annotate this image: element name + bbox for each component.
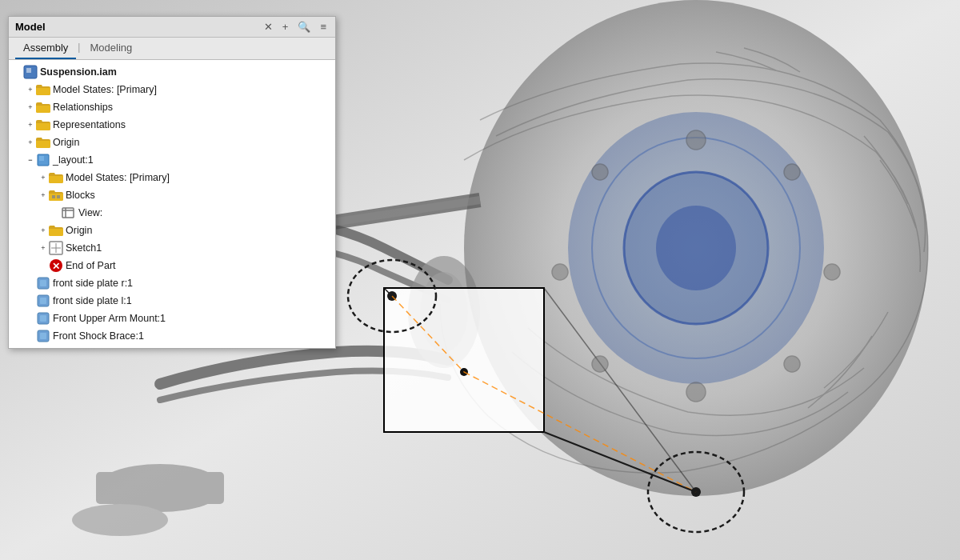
expand-icon[interactable]: +	[25, 102, 36, 113]
svg-rect-42	[39, 156, 44, 161]
expand-icon[interactable]: +	[38, 190, 49, 201]
expand-icon[interactable]: +	[38, 172, 49, 183]
tree-item-blocks[interactable]: + Blocks	[9, 186, 335, 204]
tree-item-label: View:	[78, 207, 102, 218]
root-assembly-icon	[23, 65, 38, 79]
tree-item-view[interactable]: View:	[9, 204, 335, 222]
tab-bar: Assembly | Modeling	[9, 38, 335, 60]
folder-yellow-icon	[49, 223, 63, 238]
part-icon	[36, 311, 50, 326]
svg-point-38	[592, 164, 608, 180]
tree-item-suspension[interactable]: Suspension.iam	[9, 63, 335, 81]
folder-yellow-icon	[36, 135, 50, 150]
tree-item-front-plate-r[interactable]: front side plate r:1	[9, 274, 335, 292]
add-button[interactable]: +	[280, 20, 291, 34]
panel-title-bar: Model ✕ + 🔍 ≡	[9, 17, 335, 38]
tree-item-label: Blocks	[66, 190, 95, 201]
tree-item-layout[interactable]: − _layout:1	[9, 151, 335, 169]
tab-modeling[interactable]: Modeling	[82, 38, 140, 59]
folder-yellow-icon	[36, 82, 50, 97]
close-button[interactable]: ✕	[262, 20, 275, 34]
svg-rect-16	[96, 472, 224, 504]
expand-icon[interactable]: +	[38, 242, 49, 254]
tree-item-label: Model States: [Primary]	[66, 172, 170, 183]
tree-item-front-plate-l[interactable]: front side plate l:1	[9, 292, 335, 310]
folder-yellow-icon	[36, 100, 50, 114]
svg-point-37	[552, 264, 568, 280]
blue-cube-icon	[36, 153, 50, 167]
svg-point-15	[72, 504, 168, 536]
svg-point-35	[686, 382, 706, 402]
tree-item-label: Origin	[66, 225, 92, 236]
search-button[interactable]: 🔍	[295, 20, 313, 34]
tree-item-relationships[interactable]: + Relationships	[9, 98, 335, 116]
part-icon	[36, 294, 50, 308]
menu-button[interactable]: ≡	[318, 20, 329, 34]
tree-item-model-states-layout[interactable]: + Model States: [Primary]	[9, 169, 335, 186]
tree-item-label: Representations	[53, 119, 126, 130]
tree-item-label: Front Shock Brace:1	[53, 330, 144, 342]
svg-point-6	[656, 206, 736, 290]
tree-item-front-upper-arm[interactable]: Front Upper Arm Mount:1	[9, 310, 335, 327]
svg-rect-40	[26, 68, 31, 73]
tree-item-label: End of Part	[66, 260, 116, 271]
svg-point-31	[686, 130, 706, 150]
tree-item-label: Origin	[53, 137, 79, 148]
folder-yellow-icon	[49, 170, 63, 185]
expand-icon[interactable]: +	[38, 225, 49, 236]
tree-item-label: Front Upper Arm Mount:1	[53, 313, 166, 324]
part-icon	[36, 329, 50, 343]
svg-point-36	[592, 356, 608, 372]
svg-rect-56	[40, 298, 46, 304]
tree-item-label: Model States: [Primary]	[53, 84, 157, 95]
model-panel: Model ✕ + 🔍 ≡ Assembly | Modeling Suspen…	[8, 16, 336, 349]
folder-blocks-icon	[49, 188, 63, 202]
svg-rect-58	[40, 315, 46, 322]
tree-item-label: _layout:1	[53, 154, 94, 166]
svg-rect-43	[52, 195, 55, 198]
tab-assembly[interactable]: Assembly	[15, 38, 76, 59]
error-icon: ✕	[49, 258, 63, 273]
tree-item-sketch1[interactable]: + Sketch1	[9, 239, 335, 257]
tree-item-label: front side plate r:1	[53, 278, 133, 289]
tree-item-label: front side plate l:1	[53, 295, 132, 306]
svg-text:✕: ✕	[52, 261, 60, 272]
expand-icon[interactable]: −	[25, 154, 36, 166]
expand-icon[interactable]: +	[25, 137, 36, 148]
sketch-icon	[49, 241, 63, 255]
svg-rect-44	[57, 195, 60, 198]
svg-rect-54	[40, 280, 46, 286]
panel-title: Model	[15, 21, 257, 33]
view-icon	[62, 206, 76, 220]
svg-point-32	[784, 164, 800, 180]
svg-point-33	[824, 264, 840, 280]
tree-item-origin-layout[interactable]: + Origin	[9, 222, 335, 239]
folder-yellow-icon	[36, 118, 50, 132]
svg-point-34	[784, 356, 800, 372]
expand-icon[interactable]: +	[25, 119, 36, 130]
svg-rect-45	[62, 208, 74, 218]
tree-item-front-shock-brace[interactable]: Front Shock Brace:1	[9, 327, 335, 345]
tree-item-model-states-root[interactable]: + Model States: [Primary]	[9, 81, 335, 98]
tree-item-label: Suspension.iam	[40, 66, 117, 78]
expand-icon[interactable]: +	[25, 84, 36, 95]
tree-view: Suspension.iam + Model States: [Primary]…	[9, 60, 335, 348]
svg-rect-60	[40, 333, 46, 339]
tree-item-end-of-part[interactable]: ✕ End of Part	[9, 257, 335, 274]
tree-item-representations[interactable]: + Representations	[9, 116, 335, 134]
svg-rect-19	[384, 288, 544, 432]
tree-item-label: Relationships	[53, 102, 113, 113]
part-icon	[36, 276, 50, 290]
tree-item-label: Sketch1	[66, 242, 102, 254]
tree-item-origin-root[interactable]: + Origin	[9, 134, 335, 151]
